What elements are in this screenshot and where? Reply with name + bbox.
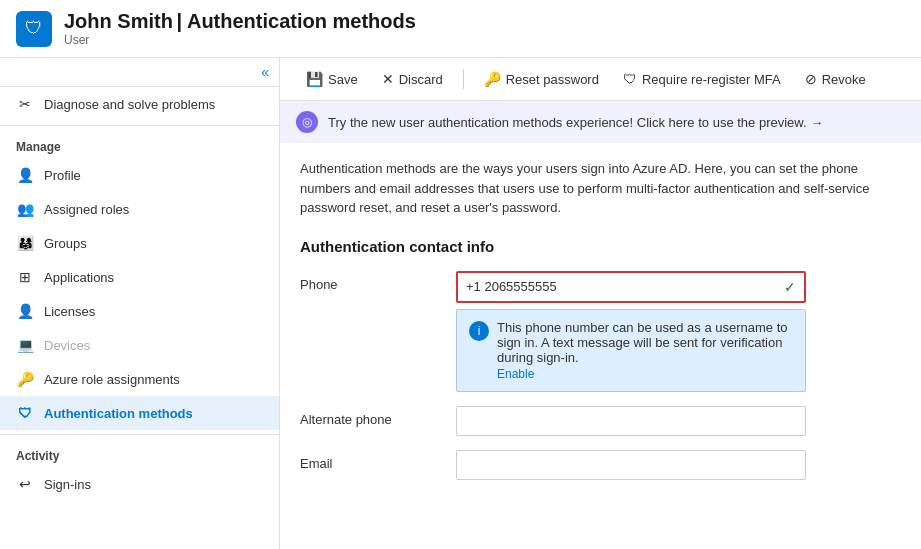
header-subtitle: User	[64, 33, 416, 47]
email-label: Email	[300, 450, 440, 471]
banner-icon: ◎	[296, 111, 318, 133]
sidebar-item-azure-role-assignments[interactable]: 🔑 Azure role assignments	[0, 362, 279, 396]
revoke-button[interactable]: ⊘ Revoke	[795, 66, 876, 92]
sidebar-item-devices[interactable]: 💻 Devices	[0, 328, 279, 362]
sidebar-profile-label: Profile	[44, 168, 81, 183]
sidebar-assigned-roles-label: Assigned roles	[44, 202, 129, 217]
require-mfa-button[interactable]: 🛡 Require re-register MFA	[613, 66, 791, 92]
devices-icon: 💻	[16, 336, 34, 354]
sidebar-azure-roles-label: Azure role assignments	[44, 372, 180, 387]
phone-field-border: ✓	[456, 271, 806, 303]
key-icon: 🔑	[484, 71, 501, 87]
banner-text: Try the new user authentication methods …	[328, 115, 823, 130]
sidebar-item-applications[interactable]: ⊞ Applications	[0, 260, 279, 294]
sign-ins-icon: ↩	[16, 475, 34, 493]
main-layout: « ✂ Diagnose and solve problems Manage 👤…	[0, 58, 921, 549]
discard-button[interactable]: ✕ Discard	[372, 66, 453, 92]
alternate-phone-control-wrap	[456, 406, 806, 436]
licenses-icon: 👤	[16, 302, 34, 320]
activity-section-label: Activity	[0, 439, 279, 467]
header-icon: 🛡	[16, 11, 52, 47]
profile-icon: 👤	[16, 166, 34, 184]
sidebar-item-diagnose[interactable]: ✂ Diagnose and solve problems	[0, 87, 279, 121]
alternate-phone-row: Alternate phone	[300, 406, 901, 436]
header-text: John Smith | Authentication methods User	[64, 10, 416, 47]
sidebar-item-licenses[interactable]: 👤 Licenses	[0, 294, 279, 328]
sidebar-item-profile[interactable]: 👤 Profile	[0, 158, 279, 192]
sidebar-divider-2	[0, 434, 279, 435]
sidebar-collapse-button[interactable]: «	[0, 58, 279, 87]
toolbar: 💾 Save ✕ Discard 🔑 Reset password 🛡 Requ…	[280, 58, 921, 101]
save-icon: 💾	[306, 71, 323, 87]
header-separator: |	[177, 10, 187, 32]
azure-roles-icon: 🔑	[16, 370, 34, 388]
sidebar-auth-methods-label: Authentication methods	[44, 406, 193, 421]
header-page-title: Authentication methods	[187, 10, 416, 32]
phone-check-icon: ✓	[784, 279, 796, 295]
phone-row: Phone ✓ i This phone number can be used …	[300, 271, 901, 392]
page-description: Authentication methods are the ways your…	[300, 159, 900, 218]
revoke-label: Revoke	[822, 72, 866, 87]
auth-methods-icon: 🛡	[16, 404, 34, 422]
preview-banner[interactable]: ◎ Try the new user authentication method…	[280, 101, 921, 143]
sidebar-diagnose-label: Diagnose and solve problems	[44, 97, 215, 112]
enable-link[interactable]: Enable	[497, 367, 793, 381]
reset-password-label: Reset password	[506, 72, 599, 87]
toolbar-divider-1	[463, 69, 464, 89]
phone-control-wrap: ✓ i This phone number can be used as a u…	[456, 271, 806, 392]
manage-section-label: Manage	[0, 130, 279, 158]
applications-icon: ⊞	[16, 268, 34, 286]
sidebar-applications-label: Applications	[44, 270, 114, 285]
sidebar-sign-ins-label: Sign-ins	[44, 477, 91, 492]
save-button[interactable]: 💾 Save	[296, 66, 368, 92]
sidebar-groups-label: Groups	[44, 236, 87, 251]
info-icon: i	[469, 321, 489, 341]
phone-info-box: i This phone number can be used as a use…	[456, 309, 806, 392]
sidebar-item-sign-ins[interactable]: ↩ Sign-ins	[0, 467, 279, 501]
email-control-wrap	[456, 450, 806, 480]
info-box-text: This phone number can be used as a usern…	[497, 320, 788, 365]
info-box-content: This phone number can be used as a usern…	[497, 320, 793, 381]
section-title: Authentication contact info	[300, 238, 901, 255]
sidebar-devices-label: Devices	[44, 338, 90, 353]
sidebar-item-authentication-methods[interactable]: 🛡 Authentication methods	[0, 396, 279, 430]
email-input[interactable]	[456, 450, 806, 480]
require-mfa-label: Require re-register MFA	[642, 72, 781, 87]
discard-icon: ✕	[382, 71, 394, 87]
page-body: Authentication methods are the ways your…	[280, 143, 921, 510]
header: 🛡 John Smith | Authentication methods Us…	[0, 0, 921, 58]
header-user-name: John Smith	[64, 10, 173, 32]
reset-password-button[interactable]: 🔑 Reset password	[474, 66, 609, 92]
email-row: Email	[300, 450, 901, 480]
phone-input[interactable]	[458, 273, 804, 301]
sidebar-item-groups[interactable]: 👨‍👩‍👧 Groups	[0, 226, 279, 260]
groups-icon: 👨‍👩‍👧	[16, 234, 34, 252]
collapse-icon[interactable]: «	[261, 64, 269, 80]
discard-label: Discard	[399, 72, 443, 87]
phone-label: Phone	[300, 271, 440, 292]
alternate-phone-label: Alternate phone	[300, 406, 440, 427]
sidebar: « ✂ Diagnose and solve problems Manage 👤…	[0, 58, 280, 549]
content-area: 💾 Save ✕ Discard 🔑 Reset password 🛡 Requ…	[280, 58, 921, 549]
sidebar-divider-1	[0, 125, 279, 126]
assigned-roles-icon: 👥	[16, 200, 34, 218]
save-label: Save	[328, 72, 358, 87]
sidebar-licenses-label: Licenses	[44, 304, 95, 319]
shield-icon: 🛡	[623, 71, 637, 87]
revoke-icon: ⊘	[805, 71, 817, 87]
alternate-phone-input[interactable]	[456, 406, 806, 436]
sidebar-item-assigned-roles[interactable]: 👥 Assigned roles	[0, 192, 279, 226]
wrench-icon: ✂	[16, 95, 34, 113]
